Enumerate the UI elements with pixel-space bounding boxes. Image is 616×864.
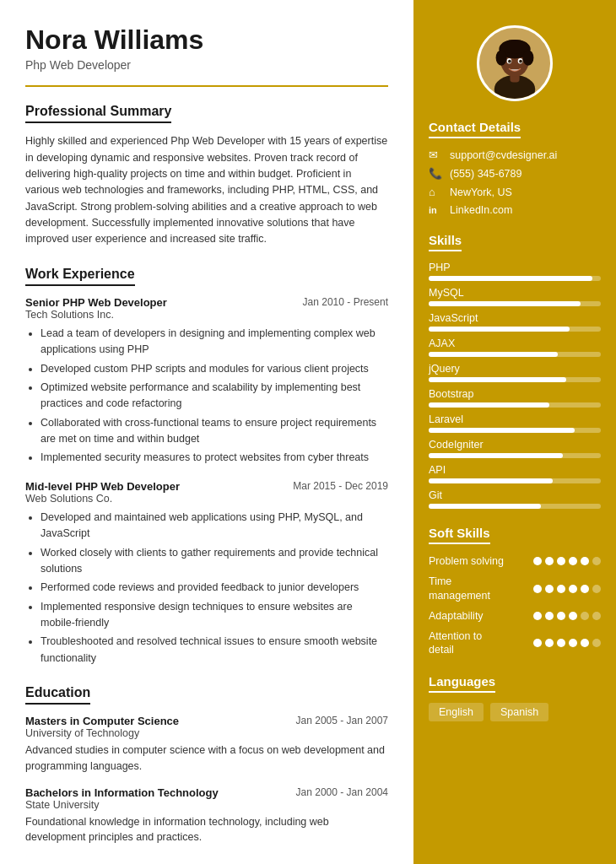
dot [592, 612, 601, 620]
dot [569, 557, 577, 565]
dot [581, 557, 589, 565]
bullet: Performed code reviews and provided feed… [41, 580, 388, 596]
soft-skill-item: Problem solving [429, 554, 601, 568]
soft-skill-item: Attention to detail [429, 629, 601, 657]
soft-skills-section: Soft Skills Problem solving Time managem… [429, 526, 601, 657]
skills-list: PHP MySQL JavaScript AJAX jQuery [429, 262, 601, 509]
bullet: Collaborated with cross-functional teams… [41, 415, 388, 448]
skill-item: MySQL [429, 287, 601, 306]
contact-location: ⌂ NewYork, US [429, 186, 601, 198]
summary-section: Professional Summary Highly skilled and … [25, 104, 388, 248]
bullet: Implemented security measures to protect… [41, 450, 388, 466]
skill-bar-fill [429, 504, 541, 509]
work-date-2: Mar 2015 - Dec 2019 [293, 480, 388, 492]
avatar [477, 25, 553, 101]
dot [557, 612, 565, 620]
skill-item: API [429, 464, 601, 483]
contact-title: Contact Details [429, 120, 521, 138]
svg-point-7 [500, 40, 529, 54]
skill-name: PHP [429, 262, 601, 273]
contact-email: ✉ support@cvdesigner.ai [429, 148, 601, 161]
skill-name: API [429, 464, 601, 476]
languages-section: Languages English Spanish [429, 674, 601, 721]
skill-name: Git [429, 489, 601, 501]
skill-bar-fill [429, 352, 558, 357]
skill-item: AJAX [429, 338, 601, 357]
skills-title: Skills [429, 233, 462, 251]
contact-phone-text: (555) 345-6789 [450, 168, 521, 180]
skill-bar-bg [429, 402, 601, 408]
skill-item: jQuery [429, 363, 601, 382]
job-title: Php Web Developer [25, 58, 388, 72]
work-company-1: Tech Solutions Inc. [25, 309, 388, 321]
dot [545, 639, 554, 647]
skill-bar-bg [429, 352, 601, 357]
dots [533, 639, 601, 647]
dot [533, 612, 542, 620]
work-company-2: Web Solutions Co. [25, 493, 388, 505]
soft-skill-name: Attention to detail [429, 629, 505, 657]
skill-bar-bg [429, 301, 601, 306]
edu-desc-2: Foundational knowledge in information te… [25, 814, 388, 846]
candidate-name: Nora Williams [25, 25, 388, 55]
skill-bar-bg [429, 428, 601, 433]
summary-text: Highly skilled and experienced Php Web D… [25, 133, 388, 248]
skill-bar-bg [429, 504, 601, 509]
location-icon: ⌂ [429, 186, 444, 198]
edu-entry-1: Masters in Computer Science Jan 2005 - J… [25, 715, 388, 775]
languages-title: Languages [429, 674, 495, 693]
skill-name: jQuery [429, 363, 601, 375]
languages-list: English Spanish [429, 703, 601, 721]
skill-item: Git [429, 489, 601, 509]
work-bullets-2: Developed and maintained web application… [25, 510, 388, 667]
soft-skills-title: Soft Skills [429, 526, 490, 544]
contact-location-text: NewYork, US [450, 186, 512, 198]
bullet: Troubleshooted and resolved technical is… [41, 634, 388, 667]
skill-bar-fill [429, 402, 549, 408]
dot [545, 585, 554, 593]
dot [545, 557, 554, 565]
skill-item: JavaScript [429, 312, 601, 332]
work-title-1: Senior PHP Web Developer [25, 296, 167, 309]
skill-bar-fill [429, 301, 581, 306]
svg-point-6 [522, 50, 533, 66]
skill-bar-bg [429, 453, 601, 458]
work-experience-title: Work Experience [25, 267, 135, 286]
skill-bar-fill [429, 478, 553, 483]
education-title: Education [25, 685, 90, 705]
dot [581, 612, 589, 620]
dot [569, 639, 577, 647]
svg-point-5 [496, 50, 507, 66]
dot [592, 585, 601, 593]
skill-bar-fill [429, 327, 570, 332]
education-section: Education Masters in Computer Science Ja… [25, 685, 388, 845]
work-entry-1: Senior PHP Web Developer Jan 2010 - Pres… [25, 296, 388, 467]
skill-name: AJAX [429, 338, 601, 349]
skill-bar-bg [429, 377, 601, 382]
dot [533, 557, 542, 565]
dot [533, 639, 542, 647]
language-english: English [429, 703, 484, 721]
soft-skill-name: Problem solving [429, 554, 504, 568]
dot [557, 557, 565, 565]
soft-skill-item: Time management [429, 575, 601, 602]
work-experience-section: Work Experience Senior PHP Web Developer… [25, 267, 388, 667]
dot [545, 612, 554, 620]
work-date-1: Jan 2010 - Present [303, 296, 388, 308]
soft-skills-list: Problem solving Time management Adaptabi… [429, 554, 601, 657]
edu-entry-2: Bachelors in Information Technology Jan … [25, 786, 388, 846]
dot [569, 612, 577, 620]
soft-skill-name: Time management [429, 575, 505, 602]
email-icon: ✉ [429, 148, 444, 161]
left-column: Nora Williams Php Web Developer Professi… [0, 0, 413, 864]
edu-school-2: State University [25, 799, 388, 811]
edu-date-2: Jan 2000 - Jan 2004 [296, 786, 388, 798]
dot [557, 639, 565, 647]
linkedin-icon: in [429, 205, 444, 215]
bullet: Implemented responsive design techniques… [41, 599, 388, 632]
skill-bar-bg [429, 276, 601, 281]
contact-linkedin: in LinkedIn.com [429, 204, 601, 216]
dots [533, 612, 601, 620]
skill-name: JavaScript [429, 312, 601, 324]
dots [533, 585, 601, 593]
